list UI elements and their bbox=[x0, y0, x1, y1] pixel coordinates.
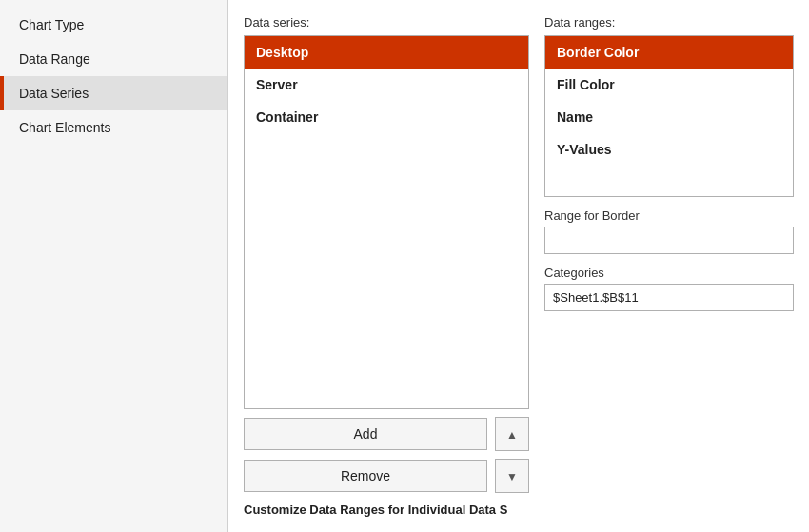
data-series-item-container[interactable]: Container bbox=[245, 101, 528, 133]
data-series-label: Data series: bbox=[244, 15, 529, 30]
range-item-border-color[interactable]: Border Color bbox=[545, 36, 793, 69]
data-ranges-label: Data ranges: bbox=[544, 15, 794, 30]
sidebar-item-chart-type[interactable]: Chart Type bbox=[0, 8, 227, 42]
range-item-fill-color[interactable]: Fill Color bbox=[545, 69, 793, 101]
arrow-down-icon bbox=[506, 468, 518, 483]
categories-label: Categories bbox=[544, 266, 794, 280]
sidebar-item-chart-elements[interactable]: Chart Elements bbox=[0, 110, 227, 145]
data-series-item-server[interactable]: Server bbox=[245, 69, 528, 101]
data-series-panel: Data series: Desktop Server Container Ad… bbox=[244, 15, 529, 517]
remove-row: Remove bbox=[244, 459, 529, 493]
range-item-y-values[interactable]: Y-Values bbox=[545, 133, 793, 166]
move-up-button[interactable] bbox=[495, 417, 529, 451]
range-for-input[interactable] bbox=[544, 227, 794, 254]
arrow-up-icon bbox=[506, 426, 518, 442]
sidebar-item-data-range[interactable]: Data Range bbox=[0, 42, 227, 76]
add-row: Add bbox=[244, 417, 529, 451]
data-series-item-desktop[interactable]: Desktop bbox=[245, 36, 528, 69]
range-for-label: Range for Border bbox=[544, 208, 794, 223]
remove-button[interactable]: Remove bbox=[244, 460, 487, 492]
data-ranges-list: Border Color Fill Color Name Y-Values bbox=[544, 35, 794, 197]
add-button[interactable]: Add bbox=[244, 418, 487, 450]
categories-input[interactable] bbox=[544, 284, 794, 311]
main-content: Data series: Desktop Server Container Ad… bbox=[228, 0, 809, 532]
sidebar-item-data-series[interactable]: Data Series bbox=[0, 76, 227, 110]
move-down-button[interactable] bbox=[495, 459, 529, 493]
sidebar: Chart Type Data Range Data Series Chart … bbox=[0, 0, 228, 532]
range-item-name[interactable]: Name bbox=[545, 101, 793, 133]
bottom-text: Customize Data Ranges for Individual Dat… bbox=[244, 502, 529, 517]
data-series-list: Desktop Server Container bbox=[244, 35, 529, 409]
data-ranges-panel: Data ranges: Border Color Fill Color Nam… bbox=[544, 15, 794, 517]
